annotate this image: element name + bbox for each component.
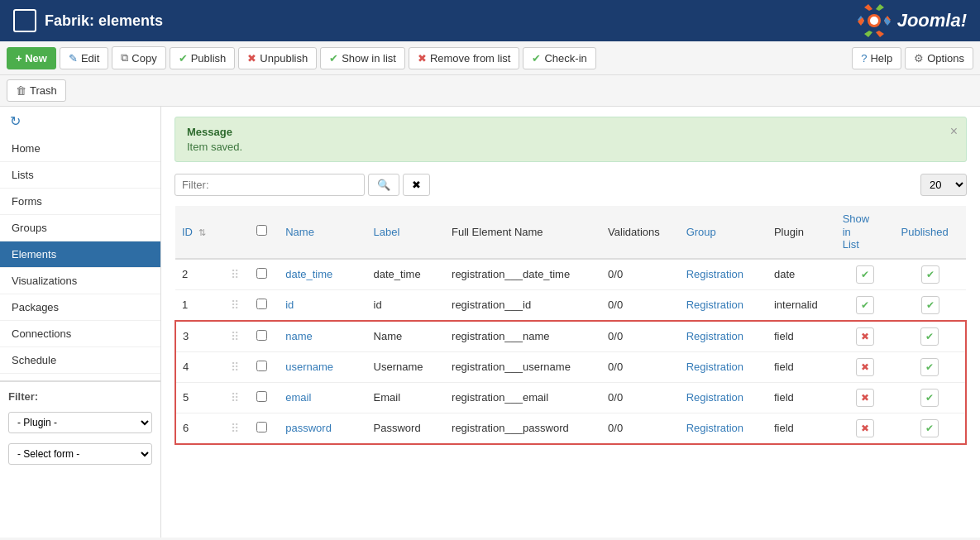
show-in-list-toggle[interactable]: ✖ [856,327,874,346]
show-in-list-toggle[interactable]: ✖ [856,358,874,376]
copy-button[interactable]: ⧉ Copy [112,46,165,69]
show-in-list-toggle[interactable]: ✖ [856,419,874,437]
col-header-id: ID ⇅ [175,206,224,259]
published-toggle[interactable]: ✔ [920,389,939,407]
element-name-link[interactable]: email [285,391,311,404]
published-toggle[interactable]: ✔ [920,327,939,346]
message-text: Item saved. [187,141,954,153]
cell-id: 4 [175,351,224,382]
published-toggle[interactable]: ✔ [920,419,939,437]
cell-label: date_time [367,259,446,290]
published-toggle[interactable]: ✔ [921,265,939,284]
group-link[interactable]: Registration [686,268,743,280]
show-in-list-toggle[interactable]: ✔ [856,296,874,314]
publish-button[interactable]: ✔ Publish [170,47,236,69]
joomla-icon [856,2,892,39]
form-filter-select[interactable]: - Select form - Registration [8,443,152,465]
row-checkbox[interactable] [256,299,267,309]
copy-icon: ⧉ [121,51,128,65]
plugin-filter-select[interactable]: - Plugin - date field internalid [8,412,152,433]
row-checkbox[interactable] [256,268,267,279]
message-close-button[interactable]: × [950,124,958,139]
sidebar-item-schedule[interactable]: Schedule [0,347,160,374]
group-link[interactable]: Registration [686,330,743,342]
element-name-link[interactable]: password [285,422,332,434]
cell-published: ✔ [895,351,966,382]
drag-handle[interactable]: ⠿ [231,299,239,312]
col-header-label: Label [367,206,446,259]
published-toggle[interactable]: ✔ [920,358,939,376]
cell-checkbox [250,413,279,444]
show-in-list-check-icon: ✔ [329,52,338,65]
drag-handle[interactable]: ⠿ [231,361,239,374]
filter-input[interactable] [174,174,365,196]
edit-button[interactable]: ✎ Edit [60,47,108,69]
col-header-plugin: Plugin [767,206,836,259]
drag-handle[interactable]: ⠿ [231,268,239,281]
remove-from-list-button[interactable]: ✖ Remove from list [409,47,520,69]
cell-published: ✔ [895,382,966,413]
cell-validations: 0/0 [601,382,680,413]
cell-validations: 0/0 [601,321,680,352]
sidebar-item-connections[interactable]: Connections [0,321,160,347]
row-checkbox[interactable] [256,422,267,432]
cell-show-in-list: ✔ [836,289,895,321]
element-name-link[interactable]: username [285,361,333,373]
group-link[interactable]: Registration [686,422,743,434]
sidebar-item-visualizations[interactable]: Visualizations [0,268,160,294]
content: Message Item saved. × 🔍 ✖ 5 10 15 20 [161,107,980,538]
cell-plugin: field [767,321,836,352]
group-link[interactable]: Registration [686,361,743,373]
sidebar-item-lists[interactable]: Lists [0,162,160,189]
element-name-link[interactable]: name [285,330,313,342]
col-header-group: Group [680,206,767,259]
cell-id: 2 [175,259,224,290]
col-header-published: Published [895,206,966,259]
group-link[interactable]: Registration [686,391,743,404]
cell-group: Registration [680,259,767,290]
published-toggle[interactable]: ✔ [921,296,939,314]
filter-search-button[interactable]: 🔍 [368,174,399,196]
trash-button[interactable]: 🗑 Trash [7,79,66,102]
row-checkbox[interactable] [256,361,267,371]
cell-group: Registration [680,413,767,444]
cell-fullname: registration___id [445,289,601,321]
filter-clear-button[interactable]: ✖ [403,174,430,196]
help-button[interactable]: ? Help [852,47,901,69]
row-checkbox[interactable] [256,391,267,402]
cell-validations: 0/0 [601,413,680,444]
clear-icon: ✖ [412,179,421,191]
drag-handle[interactable]: ⠿ [231,391,239,404]
unpublish-button[interactable]: ✖ Unpublish [238,47,317,69]
cell-checkbox [250,382,279,413]
drag-handle[interactable]: ⠿ [231,330,239,343]
cell-checkbox [250,259,279,290]
cell-show-in-list: ✖ [836,351,895,382]
cell-fullname: registration___name [445,321,601,352]
cell-show-in-list: ✔ [836,259,895,290]
per-page-select[interactable]: 5 10 15 20 25 50 100 [920,174,967,196]
check-in-button[interactable]: ✔ Check-in [523,47,595,69]
row-checkbox[interactable] [256,330,267,341]
group-link[interactable]: Registration [686,299,743,311]
new-button[interactable]: + New [7,47,56,69]
sidebar-item-packages[interactable]: Packages [0,294,160,321]
sidebar-item-elements[interactable]: Elements [0,241,160,268]
drag-handle[interactable]: ⠿ [231,422,239,435]
sidebar-item-groups[interactable]: Groups [0,215,160,241]
element-name-link[interactable]: id [285,299,294,311]
element-name-link[interactable]: date_time [285,268,332,280]
show-in-list-toggle[interactable]: ✔ [856,265,874,284]
cell-id: 6 [175,413,224,444]
sort-arrows-id[interactable]: ⇅ [198,227,206,237]
sidebar-item-forms[interactable]: Forms [0,189,160,215]
cell-name: id [279,289,366,321]
sidebar-item-home[interactable]: Home [0,136,160,162]
sidebar-toggle[interactable]: ↻ [0,107,160,136]
cell-group: Registration [680,321,767,352]
cell-group: Registration [680,351,767,382]
show-in-list-toggle[interactable]: ✖ [856,389,874,407]
options-button[interactable]: ⚙ Options [905,47,973,69]
show-in-list-button[interactable]: ✔ Show in list [320,47,405,69]
select-all-checkbox[interactable] [256,225,267,236]
